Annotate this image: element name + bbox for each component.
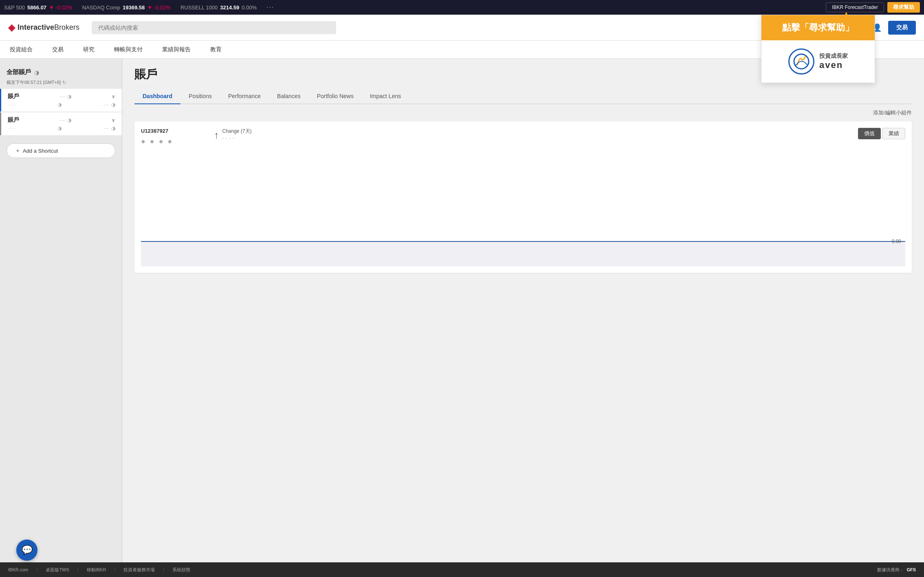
eye-icon-2: ◑ [67,117,71,123]
ticker-sp500: S&P 500 5866.07 ▼ -0.02% [4,4,73,11]
logo-light: Brokers [54,23,79,31]
eye-icon-1: ◑ [67,94,71,99]
tab-bar: Dashboard Positions Performance Balances… [134,89,912,104]
chart-header: U12387927 ● ● ● ● ↑ Change (7天) ···· 價值 … [141,128,905,146]
account-2-eye2: ◑ [57,125,62,131]
chart-card: U12387927 ● ● ● ● ↑ Change (7天) ···· 價值 … [134,121,912,273]
main-content: 賬戶 Dashboard Positions Performance Balan… [122,59,924,562]
tab-impact-lens[interactable]: Impact Lens [362,89,409,104]
ticker-sp500-name: S&P 500 [4,4,25,11]
footer-data-provider-label: 數據供應商： [877,567,904,573]
sidebar-account-2-icons: ···· ◑ [59,117,71,123]
footer-tws-link[interactable]: 桌面版TWS [46,567,69,573]
footer-right: 數據供應商： GFS [877,567,916,573]
plus-icon: ＋ [15,147,20,154]
nav-portfolio[interactable]: 投資組合 [8,41,34,58]
tooltip-header: 點擊「尋求幫助」 [761,15,875,40]
chart-area: 0.00 [141,152,905,266]
sidebar-account-2-row2: ···· ◑ ···· ◑ [8,125,115,131]
dots-icon-2b: ···· [103,125,109,131]
sidebar-account-1-icons: ···· ◑ [59,94,71,99]
sidebar-account-2-row1: 賬戶 ···· ◑ ∨ [8,116,115,124]
main-layout: 全部賬戶 ◑ 截至下午06:57:21 [GMT+8] ↻ 賬戶 ···· ◑ … [0,59,924,562]
add-shortcut-button[interactable]: ＋ Add a Shortcut [7,143,115,158]
aven-logo: 投資成長家 aven [788,48,848,75]
chart-left: U12387927 ● ● ● ● [141,128,174,146]
dots-icon-2: ···· [59,117,65,123]
chart-up-arrow-icon: ↑ [214,129,219,141]
chart-buttons: 價值 業績 [858,128,905,139]
chart-change-value: ···· [222,135,252,142]
tab-dashboard[interactable]: Dashboard [134,89,180,104]
logo: ◈ InteractiveBrokers [8,22,79,33]
live-chat-button[interactable]: 💬 [16,540,37,561]
footer-status-link[interactable]: 系統狀態 [172,567,190,573]
search-input[interactable] [92,21,336,34]
sidebar-account-2[interactable]: 賬戶 ···· ◑ ∨ ···· ◑ ···· ◑ [0,112,122,135]
sidebar-eye-icon[interactable]: ◑ [34,69,39,76]
chart-change-section: ↑ Change (7天) ···· [214,128,252,142]
ticker-nasdaq-change: ▼ -0.02% [147,4,171,11]
footer-gfs-logo: GFS [906,567,916,572]
tab-portfolio-news[interactable]: Portfolio News [309,89,362,104]
sidebar-account-1-name: 賬戶 [8,93,19,100]
chart-account-dots: ● ● ● ● [141,137,174,146]
sidebar-section-title: 全部賬戶 [7,68,31,76]
footer-ibkr-link[interactable]: IBKR.com [8,567,29,572]
ticker-nasdaq-value: 19369.58 [123,4,145,11]
refresh-icon[interactable]: ↻ [62,80,66,85]
logo-text: InteractiveBrokers [18,23,79,32]
eye-icon-2b: ◑ [111,125,115,131]
nav-transfer[interactable]: 轉帳與支付 [112,41,144,58]
ticker-russell-name: RUSSELL 1000 [180,4,218,11]
account-1-dots: ···· [8,102,16,107]
chart-value-button[interactable]: 價值 [858,128,881,139]
ticker-russell-change: 0.00% [242,4,257,11]
dots-icon-1b: ···· [103,102,109,108]
aven-brand-name: aven [819,60,848,70]
sidebar-account-2-icons2: ···· ◑ [103,125,115,131]
sidebar-time-label: 截至下午06:57:21 [GMT+8] [7,79,61,86]
forecast-trader-button[interactable]: IBKR ForecastTrader [826,2,884,12]
sidebar-time: 截至下午06:57:21 [GMT+8] ↻ [0,79,122,89]
tooltip-arrow-icon: ▲ [842,9,850,19]
account-1-eye2: ◑ [57,102,62,108]
sidebar-account-1-row1: 賬戶 ···· ◑ ∨ [8,93,115,100]
aven-circle-icon [788,48,814,75]
eye-icon-1b: ◑ [111,102,115,108]
ticker-right: IBKR ForecastTrader 尋求幫助 [826,2,920,13]
ticker-sp500-change: ▼ -0.02% [49,4,73,11]
help-button[interactable]: 尋求幫助 [887,2,920,13]
nav-research[interactable]: 研究 [81,41,96,58]
nav-performance[interactable]: 業績與報告 [161,41,192,58]
tooltip-body: 投資成長家 aven [761,40,875,83]
ticker-more[interactable]: ··· [266,4,274,11]
sidebar-account-1[interactable]: 賬戶 ···· ◑ ∨ ···· ◑ ···· ◑ [0,89,122,112]
chart-below-area [141,242,905,266]
ticker-russell-value: 3214.59 [220,4,239,11]
trade-button[interactable]: 交易 [888,21,916,35]
logo-symbol: ◈ [8,22,15,33]
ticker-sp500-value: 5866.07 [27,4,46,11]
add-shortcut-label: Add a Shortcut [23,148,58,154]
help-tooltip-popup: ▲ 點擊「尋求幫助」 投資成長家 aven [761,15,875,83]
sidebar-account-1-icons2: ···· ◑ [103,102,115,108]
chevron-down-icon-2: ∨ [112,117,115,123]
chevron-down-icon-1: ∨ [112,94,115,99]
chart-performance-button[interactable]: 業績 [882,128,905,139]
nav-education[interactable]: 教育 [209,41,223,58]
aven-brand-chinese: 投資成長家 [819,53,848,60]
nav-trade[interactable]: 交易 [51,41,65,58]
footer-investor-link[interactable]: 投資者服務市場 [123,567,155,573]
footer: IBKR.com | 桌面版TWS | 移動IBKR | 投資者服務市場 | 系… [0,562,924,577]
sidebar-account-2-name: 賬戶 [8,116,19,124]
tab-balances[interactable]: Balances [269,89,309,104]
sidebar: 全部賬戶 ◑ 截至下午06:57:21 [GMT+8] ↻ 賬戶 ···· ◑ … [0,59,122,562]
logo-bold: Interactive [18,23,54,31]
footer-mobile-link[interactable]: 移動IBKR [87,567,106,573]
tab-positions[interactable]: Positions [180,89,220,104]
tab-performance[interactable]: Performance [220,89,269,104]
chart-account-id: U12387927 [141,128,174,134]
add-edit-widget-label[interactable]: 添加/編輯小組件 [122,104,924,121]
dots-icon-1: ···· [59,94,65,99]
